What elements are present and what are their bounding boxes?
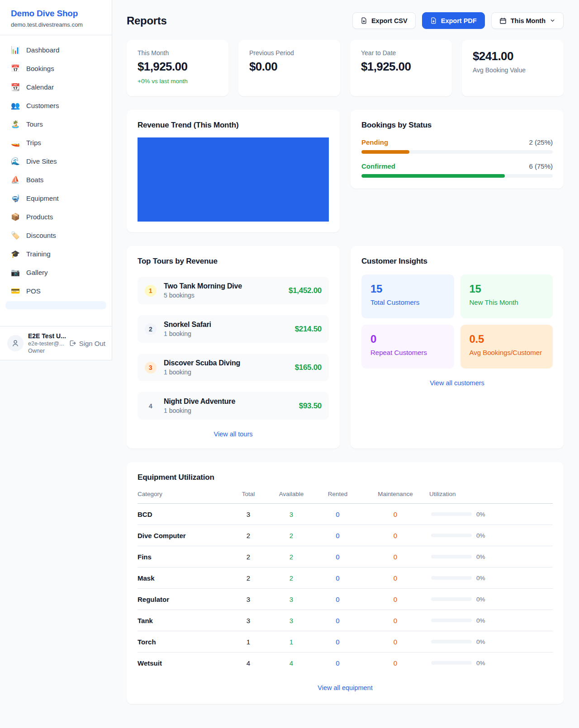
sidebar-item-tours[interactable]: 🏝️ Tours — [5, 116, 106, 132]
sidebar-item-customers[interactable]: 👥 Customers — [5, 97, 106, 114]
customers-icon: 👥 — [11, 101, 20, 110]
sidebar-item-label: Equipment — [26, 194, 59, 202]
equipment-category: Fins — [138, 553, 228, 561]
sidebar-item-gallery[interactable]: 📷 Gallery — [5, 264, 106, 281]
tour-revenue: $214.50 — [295, 325, 322, 334]
equipment-rented: 0 — [314, 511, 361, 518]
dive-mask-icon: 🤿 — [11, 194, 20, 203]
sidebar-item-label: Dashboard — [26, 46, 59, 54]
equipment-utilization-cell: 0% — [429, 660, 553, 667]
sidebar-item-reports-partial[interactable] — [5, 301, 106, 309]
insights-row: Top Tours by Revenue 1 Two Tank Morning … — [127, 246, 564, 449]
credit-card-icon: 💳 — [11, 287, 20, 295]
sidebar-item-products[interactable]: 📦 Products — [5, 208, 106, 225]
export-pdf-button[interactable]: Export PDF — [422, 12, 485, 29]
utilization-percent: 0% — [476, 553, 485, 560]
shop-header: Demo Dive Shop demo.test.divestreams.com — [0, 0, 112, 35]
view-all-customers-link[interactable]: View all customers — [361, 379, 553, 387]
tour-name: Night Dive Adventure — [164, 397, 235, 406]
view-all-tours-link[interactable]: View all tours — [138, 430, 329, 438]
view-all-equipment-link[interactable]: View all equipment — [138, 684, 553, 691]
status-count: 2 (25%) — [529, 138, 553, 146]
column-header-maintenance: Maintenance — [361, 491, 429, 497]
sidebar-item-equipment[interactable]: 🤿 Equipment — [5, 190, 106, 207]
utilization-percent: 0% — [476, 532, 485, 539]
sidebar-item-training[interactable]: 🎓 Training — [5, 246, 106, 262]
graduation-cap-icon: 🎓 — [11, 250, 20, 258]
insight-value: 0 — [370, 333, 445, 345]
status-label: Pending — [361, 138, 388, 146]
status-count: 6 (75%) — [529, 162, 553, 170]
sidebar-item-label: Trips — [26, 139, 41, 147]
equipment-rented: 0 — [314, 638, 361, 646]
stat-label: Avg Booking Value — [473, 66, 553, 74]
stats-row: This Month $1,925.00 +0% vs last month P… — [127, 40, 564, 96]
rank-badge: 3 — [145, 362, 157, 373]
package-icon: 📦 — [11, 213, 20, 221]
status-label: Confirmed — [361, 162, 395, 170]
stat-card-previous-period: Previous Period $0.00 — [238, 40, 340, 96]
column-header-rented: Rented — [314, 491, 361, 497]
main-content: Reports Export CSV Export PDF This Month — [112, 0, 579, 722]
utilization-bar-track — [431, 534, 472, 537]
status-bar-track — [361, 174, 553, 178]
sidebar-item-boats[interactable]: ⛵ Boats — [5, 171, 106, 188]
tour-bookings: 1 booking — [164, 330, 211, 337]
sidebar-item-dashboard[interactable]: 📊 Dashboard — [5, 42, 106, 58]
sidebar-item-trips[interactable]: 🚤 Trips — [5, 134, 106, 151]
equipment-available: 3 — [269, 511, 314, 518]
rank-badge: 4 — [145, 400, 157, 412]
equipment-total: 2 — [228, 553, 269, 561]
sidebar-item-dive-sites[interactable]: 🌊 Dive Sites — [5, 153, 106, 170]
tag-icon: 🏷️ — [11, 231, 20, 240]
page-header: Reports Export CSV Export PDF This Month — [127, 12, 564, 29]
utilization-bar-track — [431, 661, 472, 665]
equipment-category: Mask — [138, 574, 228, 582]
tour-bookings: 1 booking — [164, 369, 240, 376]
sidebar-nav: 📊 Dashboard 📅 Bookings 📆 Calendar 👥 Cust… — [0, 35, 112, 326]
equipment-maintenance: 0 — [361, 596, 429, 603]
status-bar-track — [361, 150, 553, 154]
sidebar-item-calendar[interactable]: 📆 Calendar — [5, 79, 106, 95]
dashboard-icon: 📊 — [11, 46, 20, 54]
sign-out-button[interactable]: Sign Out — [69, 340, 105, 347]
equipment-category: Dive Computer — [138, 532, 228, 539]
equipment-available: 3 — [269, 596, 314, 603]
calendar-icon — [499, 17, 507, 24]
sailboat-icon: ⛵ — [11, 175, 20, 184]
equipment-utilization-cell: 0% — [429, 553, 553, 560]
table-row: Tank 3 3 0 0 0% — [138, 610, 553, 631]
sidebar-item-label: Bookings — [26, 65, 54, 72]
sidebar-item-label: Products — [26, 213, 53, 221]
utilization-percent: 0% — [476, 638, 485, 645]
customer-insights-title: Customer Insights — [361, 257, 553, 266]
bookings-by-status-title: Bookings by Status — [361, 121, 553, 130]
equipment-maintenance: 0 — [361, 638, 429, 646]
sidebar-item-label: Calendar — [26, 83, 54, 91]
equipment-maintenance: 0 — [361, 659, 429, 667]
export-csv-button[interactable]: Export CSV — [352, 12, 416, 29]
sidebar-item-label: Discounts — [26, 232, 56, 239]
table-row: Wetsuit 4 4 0 0 0% — [138, 652, 553, 673]
sidebar-item-pos[interactable]: 💳 POS — [5, 283, 106, 299]
equipment-rented: 0 — [314, 553, 361, 561]
column-header-total: Total — [228, 491, 269, 497]
charts-row: Revenue Trend (This Month) Bookings by S… — [127, 110, 564, 232]
equipment-utilization-cell: 0% — [429, 532, 553, 539]
customer-insights-card: Customer Insights 15 Total Customers 15 … — [351, 246, 564, 449]
chevron-down-icon — [550, 18, 555, 24]
tour-revenue: $165.00 — [295, 363, 322, 372]
equipment-utilization-cell: 0% — [429, 511, 553, 518]
camera-icon: 📷 — [11, 268, 20, 277]
period-selector[interactable]: This Month — [491, 12, 564, 29]
export-csv-label: Export CSV — [371, 17, 408, 24]
sidebar-item-bookings[interactable]: 📅 Bookings — [5, 60, 106, 77]
tour-bookings: 5 bookings — [164, 292, 242, 299]
insight-tile-repeat-customers: 0 Repeat Customers — [361, 325, 454, 369]
user-email: e2e-tester@... — [28, 340, 64, 347]
sidebar-item-discounts[interactable]: 🏷️ Discounts — [5, 227, 106, 244]
trips-boat-icon: 🚤 — [11, 138, 20, 147]
calendar-icon: 📆 — [11, 83, 20, 91]
column-header-category: Category — [138, 491, 228, 497]
stat-card-year-to-date: Year to Date $1,925.00 — [350, 40, 452, 96]
